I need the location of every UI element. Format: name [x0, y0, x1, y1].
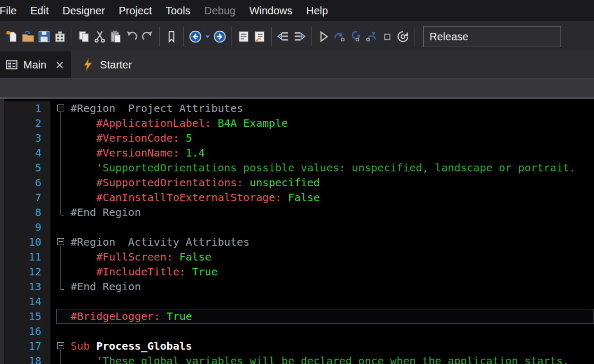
- menu-edit[interactable]: Edit: [23, 5, 55, 17]
- toolbar-button-save[interactable]: [36, 29, 52, 45]
- toolbar-separator: [72, 27, 72, 46]
- step-into-icon: [348, 30, 362, 44]
- comment-lines-icon: [237, 30, 251, 44]
- open-project-icon: [21, 30, 35, 44]
- code-line[interactable]: 3 #VersionCode: 5: [0, 131, 594, 145]
- menu-bar: FileEditDesignerProjectToolsDebugWindows…: [0, 0, 594, 21]
- undo-icon: [125, 30, 139, 44]
- menu-windows[interactable]: Windows: [243, 5, 299, 17]
- line-number: 11: [0, 249, 50, 264]
- code-line[interactable]: 10#Region Activity Attributes: [0, 235, 594, 249]
- code-line[interactable]: 6 #SupportedOrientations: unspecified: [0, 175, 594, 190]
- fold-gutter: [50, 190, 71, 205]
- toolbar-button-shift-lines-right[interactable]: [291, 29, 307, 45]
- copy-icon: [77, 30, 91, 44]
- code-text: #IncludeTitle: True: [71, 264, 218, 279]
- toolbar-groups: [4, 27, 411, 46]
- code-line[interactable]: 7 #CanInstallToExternalStorage: False: [0, 190, 594, 205]
- fold-gutter: [50, 309, 71, 324]
- code-line[interactable]: 9: [0, 220, 594, 235]
- code-line[interactable]: 12 #IncludeTitle: True: [0, 264, 594, 279]
- line-number: 4: [0, 145, 50, 160]
- tab-label: Main: [23, 59, 46, 71]
- toolbar-button-new-file[interactable]: [4, 29, 20, 45]
- toolbar-separator: [183, 27, 184, 46]
- code-line[interactable]: 17Sub Process_Globals: [0, 339, 594, 353]
- code-text: Sub Process_Globals: [71, 339, 192, 353]
- line-number: 14: [0, 294, 50, 309]
- toolbar-button-navigate-forward[interactable]: [212, 29, 228, 45]
- menu-help[interactable]: Help: [299, 5, 335, 17]
- toolbar-button-open-project[interactable]: [20, 29, 36, 45]
- fold-collapse-icon[interactable]: [57, 105, 64, 111]
- stop-icon: [380, 30, 394, 44]
- tab-starter[interactable]: Starter: [71, 51, 141, 78]
- toolbar-button-copy[interactable]: [76, 29, 92, 45]
- fold-gutter: [50, 220, 71, 235]
- menu-project[interactable]: Project: [112, 5, 159, 17]
- fold-gutter: [50, 294, 71, 309]
- menu-debug[interactable]: Debug: [197, 5, 243, 17]
- code-line[interactable]: 1#Region Project Attributes: [0, 101, 594, 116]
- code-line[interactable]: 15#BridgeLogger: True: [0, 309, 594, 324]
- menu-tools[interactable]: Tools: [159, 5, 197, 17]
- shift-lines-left-icon: [277, 30, 290, 44]
- toolbar-button-step-out[interactable]: [363, 29, 379, 45]
- code-line[interactable]: 2 #ApplicationLabel: B4A Example: [0, 116, 594, 131]
- code-line[interactable]: 18 'These global variables will be decla…: [0, 353, 594, 364]
- line-number: 6: [0, 175, 50, 190]
- toolbar-separator: [311, 27, 312, 46]
- fold-collapse-icon[interactable]: [57, 342, 64, 349]
- bookmark-icon: [165, 30, 178, 44]
- toolbar-button-undo[interactable]: [124, 29, 140, 45]
- toolbar-button-stop[interactable]: [379, 29, 395, 45]
- toolbar-button-uncomment-lines[interactable]: [252, 29, 268, 45]
- tab-main[interactable]: Main: [0, 51, 71, 78]
- menu-file[interactable]: File: [0, 5, 23, 17]
- toolbar-button-step-into[interactable]: [347, 29, 363, 45]
- toolbar-button-comment-lines[interactable]: [236, 29, 252, 45]
- code-line[interactable]: 8#End Region: [0, 205, 594, 220]
- fold-gutter[interactable]: [50, 101, 71, 116]
- toolbar-button-run[interactable]: [315, 29, 331, 45]
- code-text: #VersionCode: 5: [71, 131, 192, 145]
- code-text: 'These global variables will be declared…: [71, 353, 569, 364]
- step-out-icon: [364, 30, 378, 44]
- fold-gutter[interactable]: [50, 339, 71, 353]
- toolbar: Release: [0, 21, 594, 51]
- fold-gutter: [50, 116, 71, 131]
- code-text: #Region Activity Attributes: [71, 235, 249, 249]
- tab-bar: Main Starter: [0, 51, 594, 78]
- uncomment-lines-icon: [253, 30, 266, 44]
- code-line[interactable]: 4 #VersionName: 1.4: [0, 145, 594, 160]
- code-editor[interactable]: 1#Region Project Attributes2 #Applicatio…: [0, 99, 594, 364]
- code-line[interactable]: 11 #FullScreen: False: [0, 249, 594, 264]
- code-line[interactable]: 13#End Region: [0, 279, 594, 294]
- build-configuration-select[interactable]: Release: [423, 26, 561, 47]
- code-text: 'SupportedOrientations possible values: …: [71, 160, 575, 175]
- fold-gutter: [50, 205, 71, 220]
- fold-gutter: [50, 160, 71, 175]
- menu-designer[interactable]: Designer: [56, 5, 112, 17]
- toolbar-button-export-zip[interactable]: [52, 29, 68, 45]
- toolbar-button-restart[interactable]: [395, 29, 411, 45]
- code-text: #Region Project Attributes: [71, 101, 243, 116]
- line-number: 12: [0, 264, 50, 279]
- fold-collapse-icon[interactable]: [57, 238, 64, 245]
- toolbar-button-step-over[interactable]: [331, 29, 347, 45]
- restart-icon: [396, 30, 410, 44]
- code-text: #SupportedOrientations: unspecified: [71, 175, 320, 190]
- code-text: #FullScreen: False: [71, 249, 211, 264]
- toolbar-button-cut[interactable]: [92, 29, 108, 45]
- code-line[interactable]: 5 'SupportedOrientations possible values…: [0, 160, 594, 175]
- toolbar-button-redo[interactable]: [140, 29, 156, 45]
- code-line[interactable]: 16: [0, 324, 594, 339]
- fold-gutter[interactable]: [50, 235, 71, 249]
- toolbar-button-bookmark[interactable]: [163, 29, 179, 45]
- toolbar-button-shift-lines-left[interactable]: [276, 29, 291, 45]
- toolbar-button-navigate-back-dropdown[interactable]: [203, 29, 212, 45]
- code-line[interactable]: 14: [0, 294, 594, 309]
- toolbar-button-paste[interactable]: [108, 29, 124, 45]
- close-icon[interactable]: [53, 58, 66, 71]
- code-text: #CanInstallToExternalStorage: False: [71, 190, 320, 205]
